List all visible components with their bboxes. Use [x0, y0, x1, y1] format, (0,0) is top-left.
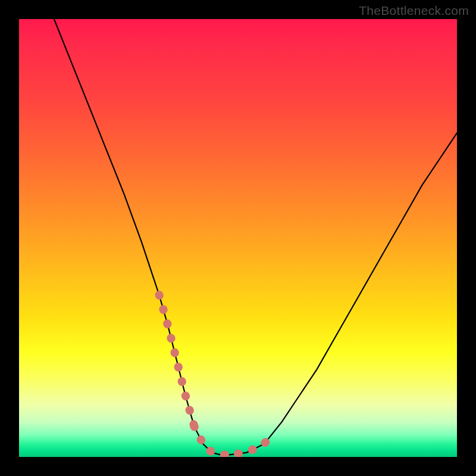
bottleneck-curve	[54, 19, 457, 455]
watermark-text: TheBottleneck.com	[359, 4, 469, 18]
chart-frame: TheBottleneck.com	[0, 0, 476, 476]
highlight-markers	[159, 295, 273, 455]
floor-marker	[194, 427, 238, 455]
right-marker	[238, 433, 273, 454]
curve-layer	[19, 19, 457, 457]
plot-area	[19, 19, 457, 457]
